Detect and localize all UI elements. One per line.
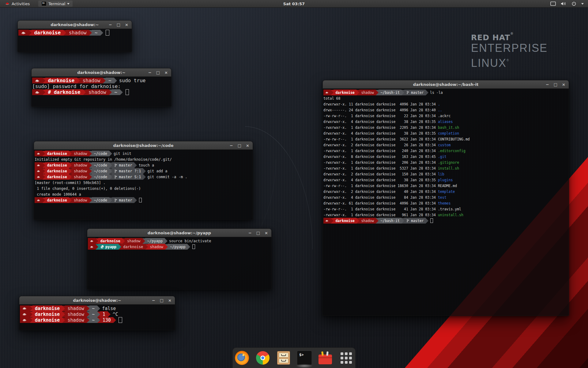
close-button[interactable]: × — [125, 23, 128, 27]
dock-item-files[interactable] — [277, 351, 291, 365]
terminal-content[interactable]: darknoiseshadow~ — [18, 29, 132, 36]
terminal-content[interactable]: darknoiseshadow~sudo true[sudo] password… — [32, 77, 171, 95]
minimize-button[interactable]: − — [546, 82, 549, 86]
terminal-cursor — [139, 198, 142, 202]
redhat-icon — [325, 219, 329, 223]
minimize-button[interactable]: − — [109, 23, 112, 27]
prompt-segment: 130 — [100, 317, 114, 323]
terminal-output-line: -rw-rw-r--. 1 darknoise darknoise 3622 J… — [323, 136, 569, 142]
powerline-arrow-icon — [63, 30, 66, 36]
window-titlebar[interactable]: darknoise@shadow:~/pyapp−□× — [87, 229, 271, 237]
python-icon — [100, 245, 104, 249]
window-titlebar[interactable]: darknoise@shadow:~−□× — [18, 21, 132, 29]
powerline-arrow-icon — [42, 151, 45, 156]
terminal-output-line: -rw-rw-r--. 1 darknoise darknoise 22 Jan… — [323, 113, 569, 119]
terminal-prompt-line: darknoiseshadow~/pyappsource bin/activat… — [88, 238, 271, 244]
close-button[interactable]: × — [562, 82, 565, 86]
prompt-segment: shadow — [65, 317, 87, 323]
prompt-segment: shadow — [72, 168, 89, 174]
window-controls: −□× — [109, 21, 128, 29]
terminal-output-line: Initialized empty Git repository in /hom… — [35, 156, 253, 162]
window-controls: −□× — [248, 229, 268, 237]
maximize-button[interactable]: □ — [117, 23, 120, 27]
dock-item-toolbox[interactable] — [318, 351, 332, 365]
minimize-button[interactable]: − — [148, 71, 152, 75]
powerline-arrow-icon — [30, 312, 32, 317]
dock-item-chrome[interactable] — [256, 351, 270, 365]
terminal-prompt-line: darknoiseshadow~ — [18, 30, 132, 36]
powerline-arrow-icon — [42, 197, 45, 203]
prompt-segment: darknoise — [32, 317, 62, 323]
python-segment: pyapp — [98, 244, 119, 250]
terminal-output-line: drwxrwxr-x. 2 darknoise darknoise 40 Jan… — [323, 189, 569, 194]
powerline-arrow-icon — [109, 90, 112, 95]
terminal-content[interactable]: darknoiseshadow~falsedarknoiseshadow~1^C… — [19, 305, 175, 323]
prompt-segment: shadow — [148, 244, 165, 250]
command-text: git init — [114, 151, 131, 156]
close-button[interactable]: × — [246, 144, 249, 148]
prompt-segment: shadow — [65, 305, 87, 311]
powerline-arrow-icon — [87, 306, 89, 311]
maximize-button[interactable]: □ — [256, 231, 260, 235]
dock-item-terminal[interactable]: $> — [297, 351, 311, 365]
window-titlebar[interactable]: darknoise@shadow:~−□× — [32, 68, 171, 77]
powerline-arrow-icon — [69, 174, 72, 180]
branch-segment: master — [112, 162, 134, 168]
ls-row-filename: . — [438, 102, 440, 106]
redhat-segment — [35, 151, 42, 156]
ls-row-meta: drwxrwxr-x. 4 darknoise darknoise 38 Jan… — [323, 178, 438, 182]
prompt-segment: shadow — [72, 174, 89, 180]
terminal-window-4: darknoise@shadow:~/pyapp−□×darknoiseshad… — [87, 228, 272, 289]
prompt-segment: darknoise — [32, 30, 63, 36]
terminal-cursor — [106, 30, 109, 36]
powerline-arrow-icon — [109, 174, 112, 180]
prompt-segment: darknoise — [45, 151, 69, 156]
ls-row-filename: completion — [438, 131, 459, 136]
maximize-button[interactable]: □ — [156, 71, 160, 75]
close-button[interactable]: × — [164, 71, 168, 75]
terminal-output-line: drwxrwxr-x. 4 darknoise darknoise 84 Jan… — [323, 194, 569, 200]
powerline-arrow-icon — [426, 90, 428, 95]
terminal-content[interactable]: darknoiseshadow~/pyappsource bin/activat… — [87, 237, 271, 250]
ls-row-filename: themes — [438, 201, 451, 205]
maximize-button[interactable]: □ — [160, 298, 164, 302]
terminal-output-line: drwxrwxr-x. 4 darknoise darknoise 38 Jan… — [323, 177, 569, 183]
powerline-arrow-icon — [109, 197, 112, 203]
clock-button[interactable]: Sat 03:57 — [0, 2, 588, 6]
minimize-button[interactable]: − — [230, 144, 233, 148]
maximize-button[interactable]: □ — [238, 144, 241, 148]
window-titlebar[interactable]: darknoise@shadow:~/code−□× — [34, 141, 253, 150]
terminal-prompt-line: darknoiseshadow~/bash-itmaster — [323, 218, 569, 224]
ls-row-filename: .. — [438, 108, 442, 112]
redhat-segment — [88, 244, 96, 250]
close-button[interactable]: × — [265, 231, 268, 235]
powerline-arrow-icon — [109, 151, 112, 156]
powerline-arrow-icon — [89, 163, 92, 168]
powerline-arrow-icon — [120, 90, 123, 95]
powerline-arrow-icon — [122, 238, 125, 244]
redhat-segment — [20, 317, 30, 323]
terminal-output-line: create mode 100644 a — [35, 191, 253, 197]
window-title: darknoise@shadow:~ — [77, 70, 125, 75]
dock-item-show-applications[interactable] — [339, 351, 353, 365]
minimize-button[interactable]: − — [248, 231, 252, 235]
redhat-icon — [21, 30, 26, 35]
prompt-segment: shadow — [72, 197, 89, 203]
redhat-segment — [323, 218, 331, 224]
window-titlebar[interactable]: darknoise@shadow:~/bash-it−□× — [323, 80, 569, 89]
terminal-content[interactable]: darknoiseshadow~/bash-itmasterls -latota… — [323, 89, 569, 224]
ls-row-filename: .ackrc — [438, 114, 451, 118]
maximize-button[interactable]: □ — [554, 82, 557, 86]
powerline-arrow-icon — [100, 30, 103, 36]
dock-item-firefox[interactable] — [235, 351, 249, 365]
window-titlebar[interactable]: darknoise@shadow:~−□× — [19, 296, 175, 305]
close-button[interactable]: × — [168, 298, 172, 302]
running-app-glow — [296, 364, 313, 368]
minimize-button[interactable]: − — [152, 298, 155, 302]
system-status-area[interactable] — [550, 1, 588, 6]
terminal-content[interactable]: darknoiseshadow~/codegit initInitialized… — [34, 150, 253, 203]
terminal-output-line: -rw-rw-r--. 1 darknoise darknoise 41 Jan… — [323, 206, 569, 212]
powerline-arrow-icon — [331, 90, 334, 95]
window-controls: −□× — [152, 296, 172, 304]
prompt-segment: ~ — [89, 317, 97, 323]
